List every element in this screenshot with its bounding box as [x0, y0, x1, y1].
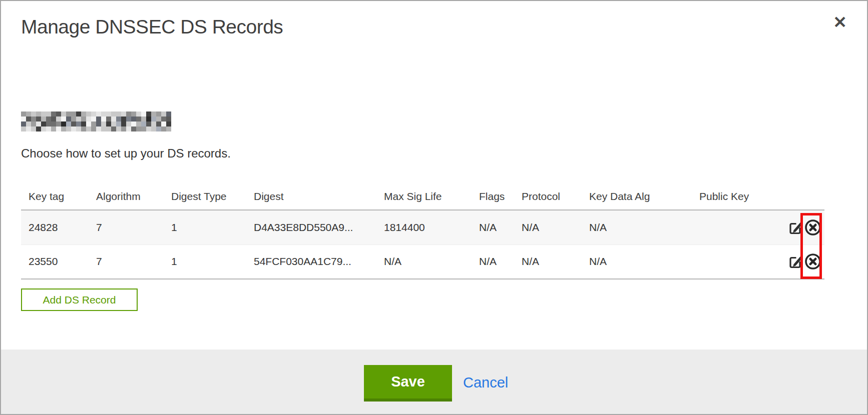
cell-digest: D4A33E8DD550A9... — [246, 210, 376, 244]
column-header-public-key: Public Key — [692, 181, 774, 210]
cell-digest-type: 1 — [164, 244, 246, 279]
table-header-row: Key tag Algorithm Digest Type Digest Max… — [21, 181, 824, 210]
cell-key-data-alg: N/A — [582, 244, 692, 279]
cell-key-tag: 24828 — [21, 210, 89, 244]
close-icon: ✕ — [833, 13, 847, 32]
column-header-max-sig-life: Max Sig Life — [376, 181, 472, 210]
column-header-digest: Digest — [246, 181, 376, 210]
edit-pencil-icon — [788, 254, 803, 269]
cell-algorithm: 7 — [89, 210, 164, 244]
save-button[interactable]: Save — [364, 365, 452, 402]
table-row: 24828 7 1 D4A33E8DD550A9... 1814400 N/A … — [21, 210, 824, 244]
cell-actions — [774, 244, 824, 279]
cell-flags: N/A — [472, 210, 514, 244]
cell-protocol: N/A — [514, 244, 582, 279]
cell-key-data-alg: N/A — [582, 210, 692, 244]
cell-public-key — [692, 244, 774, 279]
column-header-algorithm: Algorithm — [89, 181, 164, 210]
table-row: 23550 7 1 54FCF030AA1C79... N/A N/A N/A … — [21, 244, 824, 279]
edit-pencil-icon — [788, 220, 803, 235]
cell-public-key — [692, 210, 774, 244]
edit-record-button[interactable] — [788, 220, 803, 235]
cancel-link[interactable]: Cancel — [463, 374, 508, 391]
edit-record-button[interactable] — [788, 254, 803, 269]
cell-protocol: N/A — [514, 210, 582, 244]
cell-max-sig-life: 1814400 — [376, 210, 472, 244]
modal-footer: Save Cancel — [1, 350, 867, 414]
delete-x-circle-icon — [804, 253, 821, 270]
column-header-key-tag: Key tag — [21, 181, 89, 210]
delete-record-button[interactable] — [804, 253, 821, 270]
column-header-flags: Flags — [472, 181, 514, 210]
cell-max-sig-life: N/A — [376, 244, 472, 279]
cell-flags: N/A — [472, 244, 514, 279]
cell-digest: 54FCF030AA1C79... — [246, 244, 376, 279]
column-header-protocol: Protocol — [514, 181, 582, 210]
cell-digest-type: 1 — [164, 210, 246, 244]
redacted-domain-name — [21, 112, 171, 132]
cell-key-tag: 23550 — [21, 244, 89, 279]
column-header-digest-type: Digest Type — [164, 181, 246, 210]
modal-title: Manage DNSSEC DS Records — [21, 16, 283, 38]
add-ds-record-button[interactable]: Add DS Record — [21, 288, 138, 311]
ds-records-table: Key tag Algorithm Digest Type Digest Max… — [21, 181, 824, 280]
cell-algorithm: 7 — [89, 244, 164, 279]
delete-record-button[interactable] — [804, 219, 821, 236]
cell-actions — [774, 210, 824, 244]
dnssec-ds-records-modal: Manage DNSSEC DS Records ✕ Choose how to… — [0, 0, 868, 415]
delete-x-circle-icon — [804, 219, 821, 236]
column-header-actions — [774, 181, 824, 210]
column-header-key-data-alg: Key Data Alg — [582, 181, 692, 210]
close-button[interactable]: ✕ — [831, 12, 849, 32]
instruction-text: Choose how to set up your DS records. — [21, 146, 231, 160]
